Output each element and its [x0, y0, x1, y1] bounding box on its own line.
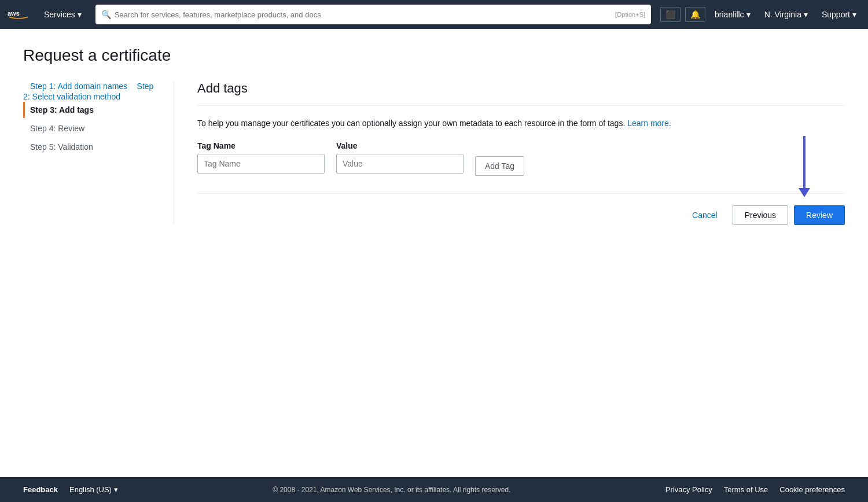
- user-menu-button[interactable]: brianlillc ▾: [710, 8, 755, 21]
- language-selector[interactable]: English (US) ▾: [69, 485, 118, 494]
- services-menu-button[interactable]: Services ▾: [39, 8, 86, 21]
- action-buttons: Cancel Previous Review: [197, 205, 845, 225]
- form-area: Add tags To help you manage your certifi…: [174, 81, 845, 225]
- cookie-preferences-link[interactable]: Cookie preferences: [779, 485, 845, 494]
- value-input[interactable]: [336, 154, 464, 174]
- content-layout: Step 1: Add domain names Step 2: Select …: [23, 81, 845, 225]
- arrow-line: [803, 136, 806, 188]
- support-menu-button[interactable]: Support ▾: [817, 8, 861, 21]
- footer: Feedback English (US) ▾ © 2008 - 2021, A…: [0, 477, 868, 502]
- footer-right: Privacy Policy Terms of Use Cookie prefe…: [665, 485, 845, 494]
- value-field: Value: [336, 141, 464, 174]
- value-label: Value: [336, 141, 464, 150]
- nav-bar: aws Services ▾ 🔍 [Option+S] ⬛ 🔔 brianlil…: [0, 0, 868, 29]
- tag-form: Tag Name Value Add Tag: [197, 141, 845, 176]
- tag-name-field: Tag Name: [197, 141, 325, 174]
- footer-copyright: © 2008 - 2021, Amazon Web Services, Inc.…: [118, 486, 665, 494]
- search-shortcut: [Option+S]: [615, 11, 645, 18]
- feedback-link[interactable]: Feedback: [23, 485, 58, 494]
- terminal-icon-button[interactable]: ⬛: [660, 7, 681, 22]
- terms-of-use-link[interactable]: Terms of Use: [724, 485, 768, 494]
- search-bar: 🔍 [Option+S]: [95, 5, 651, 24]
- arrow-indicator: [799, 136, 810, 197]
- sidebar-item-step4: Step 4: Review: [23, 120, 162, 136]
- footer-left: Feedback English (US) ▾: [23, 485, 118, 494]
- previous-button[interactable]: Previous: [733, 205, 788, 225]
- cancel-button[interactable]: Cancel: [683, 206, 727, 224]
- sidebar: Step 1: Add domain names Step 2: Select …: [23, 81, 174, 225]
- tag-name-input[interactable]: [197, 154, 325, 174]
- search-input[interactable]: [115, 10, 615, 19]
- add-tag-button[interactable]: Add Tag: [475, 156, 524, 176]
- review-button[interactable]: Review: [794, 205, 845, 225]
- sidebar-item-step5: Step 5: Validation: [23, 139, 162, 155]
- aws-logo[interactable]: aws: [7, 6, 30, 23]
- description-text: To help you manage your certificates you…: [197, 117, 730, 130]
- bottom-divider: [197, 193, 845, 194]
- services-chevron-icon: ▾: [78, 10, 82, 19]
- region-label: N. Virginia: [764, 10, 801, 19]
- services-label: Services: [44, 10, 75, 19]
- svg-text:aws: aws: [8, 10, 20, 17]
- language-chevron-icon: ▾: [114, 485, 118, 494]
- section-divider: [197, 105, 845, 106]
- page-title: Request a certificate: [23, 46, 845, 65]
- region-chevron-icon: ▾: [804, 10, 808, 19]
- user-chevron-icon: ▾: [746, 10, 751, 19]
- language-label: English (US): [69, 485, 112, 494]
- tag-name-label: Tag Name: [197, 141, 325, 150]
- support-chevron-icon: ▾: [852, 10, 856, 19]
- privacy-policy-link[interactable]: Privacy Policy: [665, 485, 712, 494]
- support-label: Support: [822, 10, 850, 19]
- arrow-head: [799, 188, 810, 197]
- region-menu-button[interactable]: N. Virginia ▾: [760, 8, 812, 21]
- main-content: Request a certificate Step 1: Add domain…: [0, 29, 868, 477]
- search-icon: 🔍: [101, 10, 111, 19]
- bell-icon-button[interactable]: 🔔: [685, 7, 705, 22]
- learn-more-link[interactable]: Learn more.: [627, 119, 671, 128]
- user-label: brianlillc: [715, 10, 744, 19]
- section-title: Add tags: [197, 81, 845, 96]
